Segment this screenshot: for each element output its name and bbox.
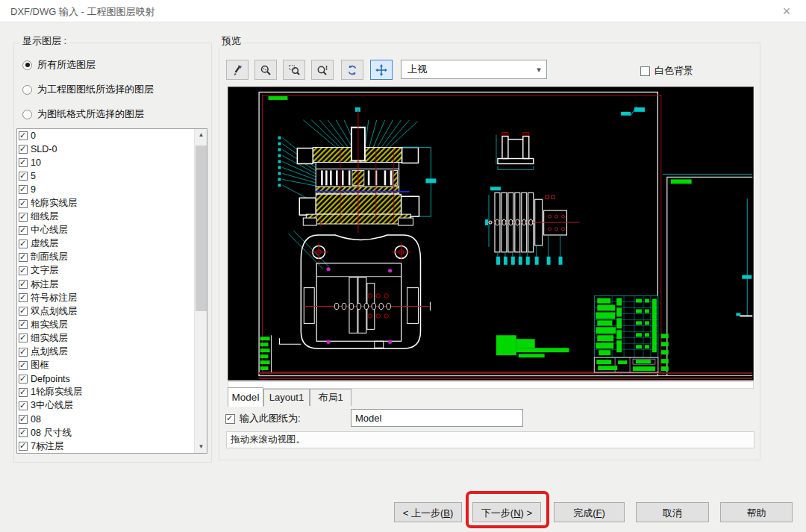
layer-filter-option[interactable]: 所有所选图层 [22,58,96,72]
layer-checkbox[interactable] [19,240,28,248]
layer-checkbox[interactable] [19,131,28,140]
layer-name: 剖面线层 [31,251,68,263]
layer-checkbox[interactable] [19,293,28,302]
layer-checkbox[interactable] [19,388,28,397]
layer-row[interactable]: 中心线层 [17,224,207,237]
layer-row[interactable]: 轮廓实线层 [17,196,207,210]
tab-layout1[interactable]: Layout1 [263,389,310,406]
layer-row[interactable]: 细实线层 [17,331,207,345]
layer-checkbox[interactable] [19,213,28,222]
radio-icon[interactable] [22,85,32,95]
layer-row[interactable]: 文字层 [17,264,207,278]
view-orientation-select[interactable]: 上视 ▾ [401,60,547,79]
layer-rows: 0SLD-01059轮廓实线层细线层中心线层虚线层剖面线层文字层标注层符号标注层… [17,129,207,453]
layer-checkbox[interactable] [19,199,28,208]
select-tool-button[interactable] [226,60,249,80]
layer-name: 轮廓实线层 [31,197,78,210]
layer-checkbox[interactable] [19,334,28,342]
layer-checkbox[interactable] [19,185,28,194]
pan-button[interactable] [370,60,393,80]
layer-checkbox[interactable] [19,307,28,316]
layer-row[interactable]: 9 [17,183,207,196]
layer-row[interactable]: 10 [17,156,207,169]
layer-row[interactable]: 7标注层 [17,439,207,453]
layer-checkbox[interactable] [19,253,28,262]
scroll-down-icon[interactable]: ▼ [195,441,207,453]
layer-checkbox[interactable] [19,348,28,357]
layer-list[interactable]: 0SLD-01059轮廓实线层细线层中心线层虚线层剖面线层文字层标注层符号标注层… [16,128,207,454]
layer-name: 9 [31,184,36,195]
white-background-row[interactable]: 白色背景 [640,64,693,78]
layer-row[interactable]: 点划线层 [17,345,207,359]
import-sheet-checkbox[interactable] [225,414,235,424]
layer-name: 细实线层 [31,332,68,345]
layer-checkbox[interactable] [19,428,28,437]
layer-name: 文字层 [31,264,59,277]
help-button[interactable]: 帮助 [720,502,793,522]
status-bar: 拖动来滚动视图。 [226,431,755,448]
white-background-checkbox[interactable] [640,66,650,76]
zoom-to-fit-button[interactable]: ! [311,60,334,80]
preview-h-scrollbar[interactable] [228,381,754,389]
zoom-to-area-icon [288,64,300,76]
layer-row[interactable]: 粗实线层 [17,318,207,331]
cad-bom-table [594,296,668,372]
layer-checkbox[interactable] [19,226,28,235]
layer-row[interactable]: 剖面线层 [17,251,207,264]
cad-preview-canvas[interactable] [228,87,754,381]
back-button[interactable]: < 上一步(B) [394,502,462,522]
layer-name: 粗实线层 [31,319,68,331]
layer-checkbox[interactable] [19,375,28,384]
layer-name: Defpoints [31,374,70,384]
layer-checkbox[interactable] [19,320,28,329]
radio-label: 所有所选图层 [37,58,96,72]
layer-row[interactable]: 细线层 [17,210,207,224]
layer-checkbox[interactable] [19,266,28,275]
cancel-button[interactable]: 取消 [636,502,709,522]
layer-name: 双点划线层 [31,305,78,318]
title-bar: DXF/DWG 输入 - 工程图图层映射 × [0,0,806,22]
close-icon[interactable]: × [778,3,796,19]
layer-checkbox[interactable] [19,401,28,410]
rotate-view-button[interactable] [341,60,363,80]
sheet-name-input[interactable] [351,409,523,427]
scroll-up-icon[interactable]: ▲ [195,129,207,141]
layer-checkbox[interactable] [19,158,28,167]
layer-row[interactable]: 标注层 [17,278,207,291]
layer-row[interactable]: Defpoints [17,372,207,386]
radio-label: 为图纸格式所选择的图层 [37,107,144,121]
layer-row[interactable]: 3中心线层 [17,399,207,413]
layer-filter-option[interactable]: 为工程图图纸所选择的图层 [22,83,154,96]
layer-row[interactable]: 双点划线层 [17,304,207,318]
radio-icon[interactable] [22,110,32,119]
import-sheet-row[interactable]: 输入此图纸为: [225,412,301,425]
layer-checkbox[interactable] [19,172,28,181]
layer-row[interactable]: 虚线层 [17,237,207,251]
layer-row[interactable]: 0 [17,129,207,143]
layer-row[interactable]: 08 尺寸线 [17,426,207,439]
layer-row[interactable]: 1轮廓实线层 [17,386,207,399]
tab-model[interactable]: Model [228,387,263,407]
rotate-view-icon [346,64,358,76]
view-orientation-value: 上视 [402,63,531,76]
finish-button[interactable]: 完成(F) [554,502,625,522]
zoom-in-out-button[interactable] [254,60,277,80]
layer-row[interactable]: 5 [17,169,207,183]
layer-list-scrollbar[interactable]: ▲ ▼ [194,129,207,453]
layer-checkbox[interactable] [19,361,28,370]
layer-checkbox[interactable] [19,280,28,289]
layer-checkbox[interactable] [19,415,28,424]
radio-icon[interactable] [22,60,32,70]
layer-row[interactable]: 图框 [17,359,207,372]
tab-布局1[interactable]: 布局1 [310,389,352,406]
layer-row[interactable]: 符号标注层 [17,291,207,304]
layer-checkbox[interactable] [19,442,28,451]
layer-row[interactable]: SLD-0 [17,143,207,156]
layer-name: 图框 [31,359,49,372]
layer-row[interactable]: 08 [17,413,207,426]
scrollbar-thumb[interactable] [196,145,207,311]
zoom-to-area-button[interactable] [283,60,305,80]
next-button[interactable]: 下一步(N) > [472,502,541,522]
layer-filter-option[interactable]: 为图纸格式所选择的图层 [22,107,144,121]
layer-checkbox[interactable] [19,145,28,154]
